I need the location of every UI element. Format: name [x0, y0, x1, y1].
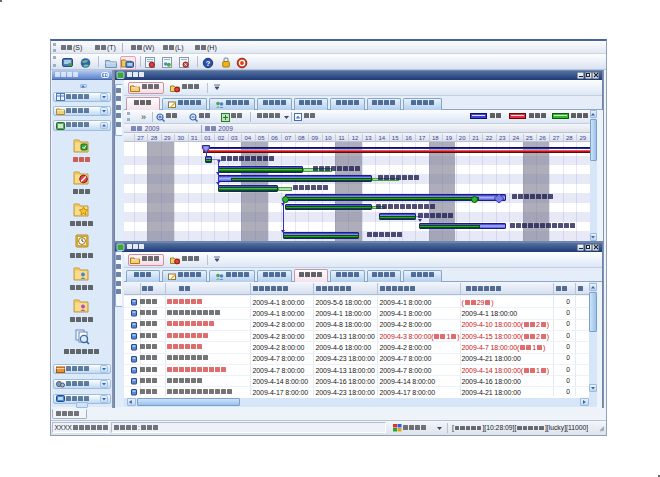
svg-text:?: ? [206, 59, 211, 68]
